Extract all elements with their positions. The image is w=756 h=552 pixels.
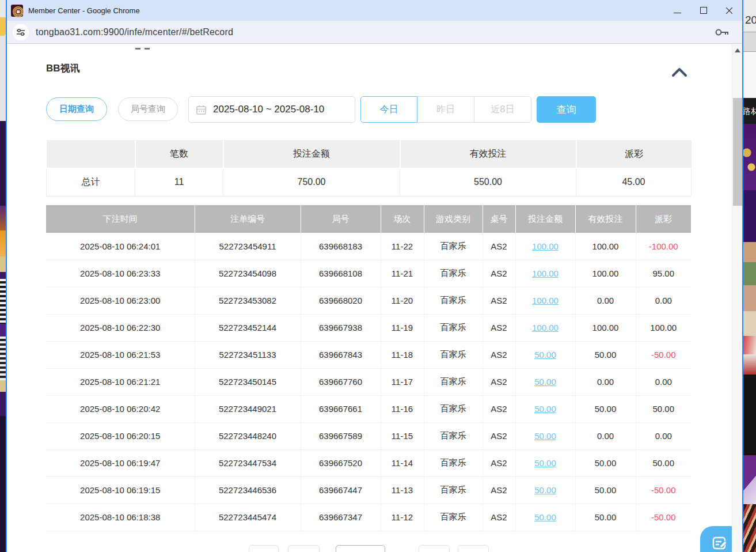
cell-payout: 0.00	[636, 287, 691, 314]
cell-valid-bet: 50.00	[575, 449, 636, 477]
pagination-page-select-stub[interactable]	[336, 545, 385, 552]
last-8-days-button[interactable]: 近8日	[474, 96, 531, 123]
yesterday-button[interactable]: 昨日	[417, 96, 474, 123]
cell-session: 11-15	[381, 422, 424, 449]
date-range-input[interactable]: 2025-08-10 ~ 2025-08-10	[188, 96, 355, 123]
bet-amount-link[interactable]: 50.00	[534, 431, 556, 441]
date-query-tab[interactable]: 日期查询	[46, 97, 107, 121]
desktop-clock-fragment: 20	[745, 14, 756, 27]
window-title: Member Center - Google Chrome	[28, 6, 140, 15]
cell-session: 11-12	[381, 504, 424, 531]
table-row: 2025-08-10 06:20:42522723449021639667661…	[46, 395, 691, 422]
cell-round-id: 639667760	[301, 368, 381, 395]
cell-game-type: 百家乐	[424, 449, 483, 477]
cell-table-no: AS2	[483, 341, 515, 368]
cell-bet-amount: 100.00	[515, 260, 575, 287]
scrollbar-thumb[interactable]	[733, 98, 742, 206]
table-row: 2025-08-10 06:21:53522723451133639667843…	[46, 341, 691, 368]
chevron-up-icon[interactable]	[671, 66, 687, 78]
summary-header-cell: 有效投注	[400, 140, 576, 168]
table-row: 2025-08-10 06:19:15522723446536639667447…	[46, 477, 691, 504]
pagination-button-stub[interactable]	[249, 545, 279, 552]
bet-table-header-cell: 桌号	[483, 205, 515, 233]
bet-amount-link[interactable]: 50.00	[534, 512, 556, 522]
cell-game-type: 百家乐	[424, 233, 483, 260]
cell-payout: -50.00	[636, 341, 691, 368]
cell-session: 11-21	[381, 260, 424, 287]
bet-amount-link[interactable]: 50.00	[534, 350, 556, 360]
cell-bet-amount: 100.00	[515, 233, 575, 260]
window-titlebar[interactable]: Member Center - Google Chrome	[7, 0, 742, 21]
desktop-background-right: 20 路材	[743, 0, 756, 552]
address-bar[interactable]: tongbao31.com:9900/infe/mcenter/#/betRec…	[7, 21, 742, 44]
site-settings-button[interactable]	[13, 24, 29, 40]
pagination-button-stub[interactable]	[419, 545, 450, 552]
cell-payout: 50.00	[636, 449, 691, 477]
cell-valid-bet: 50.00	[575, 395, 636, 422]
cell-time: 2025-08-10 06:21:53	[46, 341, 195, 368]
bet-amount-link[interactable]: 50.00	[534, 377, 556, 387]
cell-bet-id: 522723454098	[195, 260, 301, 287]
quick-range-group: 今日 昨日 近8日	[360, 96, 531, 123]
cell-bet-amount: 50.00	[515, 422, 575, 449]
cell-session: 11-16	[381, 395, 424, 422]
minimize-button[interactable]	[664, 0, 690, 21]
bet-table-header-cell: 游戏类别	[424, 205, 483, 233]
pagination-button-stub[interactable]	[458, 545, 489, 552]
window-scrollbar[interactable]	[732, 44, 742, 552]
cell-game-type: 百家乐	[424, 341, 483, 368]
section-title: BB视讯	[46, 62, 80, 75]
bet-amount-link[interactable]: 100.00	[532, 323, 559, 332]
bet-table-body: 2025-08-10 06:24:01522723454911639668183…	[46, 233, 691, 531]
cell-valid-bet: 50.00	[575, 477, 636, 504]
bet-amount-link[interactable]: 100.00	[532, 269, 559, 278]
bet-table-header-cell: 有效投注	[575, 205, 636, 233]
edit-note-icon	[711, 535, 728, 552]
summary-value-cell: 45.00	[576, 168, 692, 196]
cell-game-type: 百家乐	[424, 368, 483, 395]
table-row: 2025-08-10 06:21:21522723450145639667760…	[46, 368, 691, 395]
cell-bet-id: 522723453082	[195, 287, 301, 314]
cell-bet-id: 522723446536	[195, 477, 301, 504]
cell-game-type: 百家乐	[424, 287, 483, 314]
bet-table-header-cell: 投注金额	[515, 205, 575, 233]
cell-payout: -50.00	[636, 477, 691, 504]
cell-time: 2025-08-10 06:22:30	[46, 314, 195, 341]
bet-amount-link[interactable]: 100.00	[532, 241, 559, 251]
table-row: 2025-08-10 06:24:01522723454911639668183…	[46, 233, 691, 260]
cell-table-no: AS2	[483, 477, 515, 504]
cell-session: 11-22	[381, 233, 424, 260]
bet-table-header-cell: 注单编号	[195, 205, 301, 233]
cell-valid-bet: 100.00	[575, 260, 636, 287]
cell-bet-amount: 100.00	[515, 287, 575, 314]
bet-amount-link[interactable]: 100.00	[532, 296, 559, 305]
cell-game-type: 百家乐	[424, 504, 483, 531]
table-row: 2025-08-10 06:18:38522723445474639667347…	[46, 504, 691, 531]
cell-payout: -100.00	[636, 233, 691, 260]
round-query-tab[interactable]: 局号查询	[118, 97, 178, 121]
today-button[interactable]: 今日	[360, 96, 417, 123]
table-row: 2025-08-10 06:22:30522723452144639667938…	[46, 314, 691, 341]
cell-game-type: 百家乐	[424, 477, 483, 504]
bet-table-header-cell: 下注时间	[46, 205, 195, 233]
bet-amount-link[interactable]: 50.00	[534, 485, 556, 495]
search-button[interactable]: 查询	[537, 96, 596, 123]
qr-code-fragment	[0, 337, 6, 380]
maximize-button[interactable]	[690, 0, 716, 21]
cell-round-id: 639667843	[301, 341, 381, 368]
cell-session: 11-17	[381, 368, 424, 395]
url-text[interactable]: tongbao31.com:9900/infe/mcenter/#/betRec…	[36, 27, 233, 37]
bet-amount-link[interactable]: 50.00	[534, 458, 556, 468]
close-button[interactable]	[716, 0, 742, 21]
scrollbar-up-arrow-icon[interactable]	[735, 48, 740, 52]
pagination-button-stub[interactable]	[288, 545, 320, 552]
summary-value-cell: 550.00	[400, 168, 576, 196]
cell-time: 2025-08-10 06:23:33	[46, 260, 195, 287]
summary-header-row: 笔数投注金额有效投注派彩	[47, 140, 692, 168]
bet-amount-link[interactable]: 50.00	[534, 404, 556, 414]
password-key-button[interactable]	[715, 28, 730, 37]
cell-round-id: 639667589	[301, 422, 381, 449]
cell-bet-id: 522723445474	[195, 504, 301, 531]
cell-bet-id: 522723451133	[195, 341, 301, 368]
cell-table-no: AS2	[483, 422, 515, 449]
